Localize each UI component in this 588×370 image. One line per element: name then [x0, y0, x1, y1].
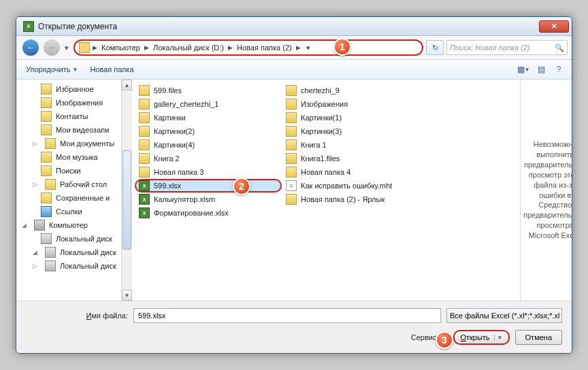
folder-icon	[139, 99, 150, 110]
view-mode-button[interactable]: ▦ ▼	[516, 63, 531, 76]
refresh-button[interactable]: ↻	[426, 40, 444, 55]
scroll-thumb[interactable]	[122, 150, 131, 250]
sidebar-item[interactable]: Поиски	[16, 164, 131, 178]
tree-arrow-icon[interactable]: ◢	[20, 222, 27, 229]
file-item[interactable]: Картинки	[135, 111, 282, 124]
file-item[interactable]: 599.files	[135, 84, 282, 97]
folder-icon	[41, 111, 52, 122]
sidebar-item[interactable]: Ссылки	[16, 205, 131, 218]
sidebar-item-label: Поиски	[56, 167, 81, 175]
sidebar-item[interactable]: ▷Рабочий стол	[16, 178, 131, 191]
breadcrumb-item[interactable]: Компьютер	[100, 44, 142, 52]
preview-pane-button[interactable]: ▤	[534, 63, 549, 76]
file-item[interactable]: Картинки(2)	[135, 124, 282, 138]
sidebar-item[interactable]: ◢Локальный диск	[16, 246, 131, 259]
link-icon	[41, 206, 52, 217]
filename-input[interactable]	[133, 308, 441, 323]
open-file-dialog: X Открытие документа ✕ ← → ▾ ▶ Компьютер…	[16, 16, 572, 354]
file-name: Книга 2	[154, 154, 180, 163]
sidebar-item[interactable]: Моя музыка	[16, 150, 131, 164]
close-button[interactable]: ✕	[539, 20, 569, 33]
file-item[interactable]: gallery_chertezhi_1	[135, 97, 282, 111]
comp-icon	[34, 220, 45, 231]
sidebar-item-label: Избранное	[56, 85, 94, 93]
folder-icon	[286, 85, 297, 96]
breadcrumb-sep-icon[interactable]: ▶	[296, 44, 301, 51]
tree-arrow-icon[interactable]: ◢	[31, 249, 38, 256]
sidebar-item[interactable]: Сохраненные и	[16, 191, 131, 205]
chevron-down-icon: ▼	[560, 313, 562, 319]
tree-arrow-icon[interactable]: ▷	[31, 140, 38, 147]
nav-forward-button[interactable]: →	[44, 39, 60, 56]
excel-icon: X	[139, 194, 150, 205]
breadcrumb-sep-icon[interactable]: ▶	[228, 44, 233, 51]
sidebar-item-label: Изображения	[56, 99, 103, 107]
folder-icon	[139, 126, 150, 137]
file-item[interactable]: chertezhi_9	[282, 84, 429, 97]
file-list[interactable]: 599.filesgallery_chertezhi_1КартинкиКарт…	[132, 80, 520, 301]
breadcrumb-item[interactable]: Локальный диск (D:)	[152, 44, 225, 52]
search-input[interactable]: Поиск: Новая папка (2) 🔍	[446, 40, 568, 55]
folder-icon	[41, 192, 52, 203]
breadcrumb-item[interactable]: Новая папка (2)	[235, 44, 293, 52]
sidebar-item-label: Локальный диск	[60, 248, 116, 256]
cancel-button[interactable]: Отмена	[515, 330, 562, 345]
sidebar-item[interactable]: Изображения	[16, 96, 131, 110]
sidebar-item-label: Рабочий стол	[60, 180, 107, 188]
folder-icon	[45, 138, 56, 149]
sidebar-item[interactable]: Мои видеозапи	[16, 123, 131, 137]
folder-icon	[41, 124, 52, 135]
file-name: Картинки(3)	[301, 127, 342, 135]
open-button[interactable]: Открыть▼	[453, 330, 509, 345]
file-type-filter[interactable]: Все файлы Excel (*.xl*;*.xlsx;*.xl▼	[446, 308, 562, 323]
annotation-callout-1: 1	[333, 38, 351, 56]
file-item[interactable]: Картинки(1)	[282, 111, 429, 124]
file-name: Новая папка 4	[301, 168, 350, 176]
file-item[interactable]: Книга 1	[282, 138, 429, 152]
file-name: Картинки	[154, 114, 186, 122]
file-item[interactable]: Картинки(3)	[282, 124, 429, 138]
scroll-down-button[interactable]: ▼	[122, 290, 132, 301]
file-item[interactable]: Книга1.files	[282, 152, 429, 165]
sidebar-item-label: Контакты	[56, 112, 88, 120]
file-name: Как исправить ошибку.mht	[301, 182, 392, 190]
nav-history-dropdown[interactable]: ▾	[63, 44, 71, 52]
file-name: Калькулятор.xlsm	[154, 195, 215, 203]
sidebar-item[interactable]: ◢Компьютер	[16, 218, 131, 232]
folder-icon	[79, 42, 90, 53]
folder-icon	[45, 179, 56, 190]
sidebar-item[interactable]: ▷Локальный диск	[16, 259, 131, 273]
file-item[interactable]: Новая папка 3	[135, 165, 282, 179]
tree-arrow-icon[interactable]: ▷	[31, 263, 38, 269]
sidebar-item[interactable]: ▷Мои документы	[16, 137, 131, 150]
organize-button[interactable]: Упорядочить▼	[22, 63, 82, 76]
navigation-bar: ← → ▾ ▶ Компьютер ▶ Локальный диск (D:) …	[16, 36, 572, 59]
address-bar[interactable]: ▶ Компьютер ▶ Локальный диск (D:) ▶ Нова…	[74, 39, 423, 56]
breadcrumb-sep-icon[interactable]: ▶	[144, 44, 149, 51]
file-item[interactable]: Книга 2	[135, 152, 282, 165]
scroll-up-button[interactable]: ▲	[122, 80, 132, 90]
file-item[interactable]: ≡Как исправить ошибку.mht	[282, 179, 429, 192]
new-folder-button[interactable]: Новая папка	[86, 63, 137, 76]
file-item[interactable]: X599.xlsx	[135, 179, 282, 192]
tree-arrow-icon[interactable]: ▷	[31, 181, 38, 188]
navigation-sidebar[interactable]: ИзбранноеИзображенияКонтактыМои видеозап…	[16, 80, 132, 275]
file-name: Новая папка 3	[154, 168, 203, 176]
address-dropdown-icon[interactable]: ▾	[306, 44, 310, 52]
dialog-body: ИзбранноеИзображенияКонтактыМои видеозап…	[16, 80, 572, 301]
breadcrumb-sep-icon[interactable]: ▶	[93, 44, 97, 51]
file-item[interactable]: Новая папка 4	[282, 165, 429, 179]
sidebar-scrollbar[interactable]: ▲ ▼	[121, 80, 132, 301]
file-item[interactable]: XКалькулятор.xlsm	[135, 192, 282, 206]
sidebar-item[interactable]: Избранное	[16, 82, 131, 96]
nav-back-button[interactable]: ←	[20, 39, 41, 56]
file-item[interactable]: Картинки(4)	[135, 138, 282, 152]
sidebar-item[interactable]: Контакты	[16, 110, 131, 123]
file-item[interactable]: Изображения	[282, 97, 429, 111]
split-dropdown-icon[interactable]: ▼	[494, 335, 503, 341]
file-item[interactable]: Новая папка (2) - Ярлык	[282, 192, 429, 206]
file-item[interactable]: XФорматирование.xlsx	[135, 206, 282, 220]
sidebar-item-label: Мои видеозапи	[56, 126, 109, 134]
sidebar-item[interactable]: Локальный диск	[16, 232, 131, 246]
help-button[interactable]: ?	[551, 63, 566, 76]
